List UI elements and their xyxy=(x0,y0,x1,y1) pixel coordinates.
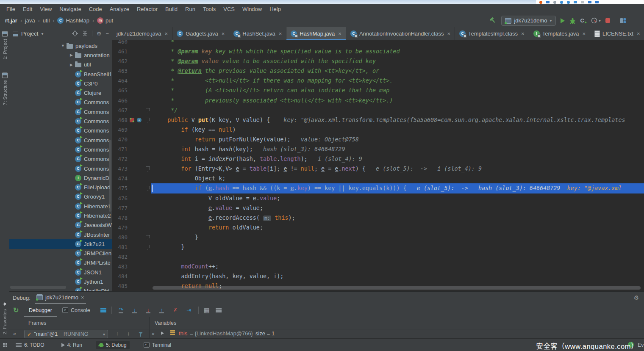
code-line-483[interactable]: 483 modCount++; xyxy=(112,262,644,271)
settings-lines-icon[interactable] xyxy=(216,308,222,312)
close-icon[interactable]: × xyxy=(165,30,168,37)
code-line-476[interactable]: 476 V oldValue = e.value; xyxy=(112,193,644,203)
code-line-467[interactable]: 467 */ xyxy=(112,105,644,115)
ime-logo-icon[interactable] xyxy=(539,1,542,4)
close-icon[interactable]: × xyxy=(338,30,341,37)
ime-mic-icon[interactable] xyxy=(567,1,570,4)
ime-hand-icon[interactable] xyxy=(581,1,584,3)
project-horizontal-scrollbar[interactable] xyxy=(10,286,66,289)
method-breakpoint-icon[interactable] xyxy=(130,118,134,122)
code-line-482[interactable]: 482 xyxy=(112,252,644,262)
tree-item-commons[interactable]: CCommons xyxy=(9,164,112,173)
menu-item-navigate[interactable]: Navigate xyxy=(56,6,85,12)
expand-variable-icon[interactable] xyxy=(161,332,164,335)
run-config-selector[interactable]: jdk7u21demo ▾ xyxy=(501,16,555,26)
code-line-466[interactable]: 466 * previously associated <tt>null</tt… xyxy=(112,96,644,105)
fold-marker[interactable] xyxy=(146,118,150,123)
double-chevron-icon[interactable]: » xyxy=(13,331,16,337)
ime-grid-icon[interactable] xyxy=(595,1,599,3)
status-item-terminal[interactable]: >_Terminal xyxy=(141,341,174,349)
menu-item-edit[interactable]: Edit xyxy=(19,6,36,12)
fold-marker[interactable] xyxy=(146,235,150,240)
code-line-475[interactable]: 475 if (e.hash == hash && ((k = e.key) =… xyxy=(112,183,644,193)
tree-item-commons[interactable]: CCommons xyxy=(9,155,112,164)
tree-item-commons[interactable]: CCommons xyxy=(9,135,112,145)
tree-item-jrmpliste[interactable]: CJRMPListe xyxy=(9,258,112,268)
code-line-478[interactable]: 478 e.recordAccess( m: this); xyxy=(112,213,644,223)
drop-frame-button[interactable]: ✗ xyxy=(170,308,180,312)
close-icon[interactable]: × xyxy=(279,30,282,37)
debug-session-tab[interactable]: jdk7u21demo × xyxy=(35,291,86,304)
ime-lang-icon[interactable] xyxy=(546,1,550,3)
close-icon[interactable]: × xyxy=(637,30,640,37)
more-options-icon[interactable] xyxy=(100,308,106,312)
step-over-button[interactable]: ↷ xyxy=(116,307,126,313)
tree-item-fileupload[interactable]: CFileUpload xyxy=(9,182,112,192)
stripe-button-project[interactable]: 1: Project xyxy=(2,31,8,60)
menu-item-code[interactable]: Code xyxy=(85,6,106,12)
tree-item-jrmpclien[interactable]: CJRMPClien xyxy=(9,249,112,258)
ime-keyboard-icon[interactable] xyxy=(574,1,577,3)
debug-button[interactable] xyxy=(569,17,576,24)
code-line-468[interactable]: 468↓ public V put(K key, V value) { key:… xyxy=(112,115,644,125)
breadcrumb-item[interactable]: rt.jar xyxy=(5,17,17,24)
tree-item-commons[interactable]: CCommons xyxy=(9,145,112,154)
tab-gadgets-java[interactable]: CGadgets.java× xyxy=(172,27,229,40)
tree-arrow-icon[interactable]: ▼ xyxy=(59,44,67,48)
menu-item-build[interactable]: Build xyxy=(161,6,181,12)
tab-templates-java[interactable]: ITemplates.java× xyxy=(529,27,590,40)
variable-row[interactable]: this = {LinkedHashMap@766} size = 1 xyxy=(179,330,275,337)
step-out-button[interactable]: ↑ xyxy=(157,307,167,313)
debug-tab-debugger[interactable]: Debugger xyxy=(24,304,57,317)
ime-emoji-icon[interactable] xyxy=(560,1,563,4)
tree-item-annotation[interactable]: ▶annotation xyxy=(9,50,112,60)
tab-hashset-java[interactable]: CHashSet.java× xyxy=(229,27,286,40)
frame-up-icon[interactable]: ↑ xyxy=(116,330,119,337)
code-line-464[interactable]: 464 * <tt>null</tt> if there was no mapp… xyxy=(112,76,644,86)
tree-item-jbossinter[interactable]: CJBossInter xyxy=(9,230,112,239)
ime-punct-icon[interactable] xyxy=(553,1,556,4)
rerun-icon[interactable]: ↻ xyxy=(13,306,19,314)
tree-item-payloads[interactable]: ▼payloads xyxy=(9,41,112,50)
fold-marker[interactable] xyxy=(146,245,150,250)
chevron-down-icon[interactable]: ▾ xyxy=(41,31,43,36)
close-icon[interactable]: × xyxy=(447,30,450,37)
tree-item-jdk7u21[interactable]: CJdk7u21 xyxy=(9,239,112,249)
close-icon[interactable]: × xyxy=(582,30,586,37)
locate-icon[interactable] xyxy=(72,30,78,36)
tree-item-c3p0[interactable]: CC3P0 xyxy=(9,79,112,88)
tree-item-groovy1[interactable]: CGroovy1 xyxy=(9,192,112,202)
tab-templatesimpl-class[interactable]: CTemplatesImpl.class× xyxy=(455,27,529,40)
close-icon[interactable]: × xyxy=(222,30,225,37)
code-editor[interactable]: 460 *461 * @param key key with which the… xyxy=(112,40,644,291)
tree-item-clojure[interactable]: CClojure xyxy=(9,88,112,97)
tree-item-util[interactable]: ▶util xyxy=(9,60,112,69)
frame-down-icon[interactable]: ↓ xyxy=(127,330,130,337)
force-step-into-button[interactable]: ↓ xyxy=(143,307,153,313)
menu-item-help[interactable]: Help xyxy=(266,6,285,12)
project-title[interactable]: Project xyxy=(21,30,38,37)
fold-marker[interactable] xyxy=(146,108,150,113)
breadcrumb-item[interactable]: java xyxy=(25,17,35,24)
event-log-label[interactable]: Event xyxy=(638,342,644,348)
run-button[interactable] xyxy=(561,18,565,23)
filter-funnel-icon[interactable] xyxy=(139,332,143,334)
code-line-479[interactable]: 479 return oldValue; xyxy=(112,223,644,232)
code-line-480[interactable]: 480 } xyxy=(112,232,644,242)
step-into-button[interactable]: ↓ xyxy=(130,307,140,313)
tree-item-dynamicd[interactable]: IDynamicD xyxy=(9,173,112,182)
code-line-472[interactable]: 472 int i = indexFor(hash, table.length)… xyxy=(112,154,644,164)
tool-window-switcher-icon[interactable] xyxy=(3,343,7,347)
code-line-460[interactable]: 460 * xyxy=(112,40,644,47)
code-line-484[interactable]: 484 addEntry(hash, key, value, i); xyxy=(112,271,644,281)
fold-marker[interactable] xyxy=(146,186,150,191)
tab-hashmap-java[interactable]: CHashMap.java× xyxy=(286,27,346,40)
code-line-471[interactable]: 471 int hash = hash(key); hash (slot_3):… xyxy=(112,144,644,154)
code-line-477[interactable]: 477 e.value = value; xyxy=(112,203,644,213)
profiler-button[interactable]: ▾ xyxy=(591,17,601,24)
code-line-462[interactable]: 462 * @param value value to be associate… xyxy=(112,56,644,66)
menu-item-window[interactable]: Window xyxy=(239,6,266,12)
code-line-481[interactable]: 481 } xyxy=(112,242,644,252)
tree-item-hibernate2[interactable]: CHibernate2 xyxy=(9,211,112,220)
close-icon[interactable]: × xyxy=(81,294,84,301)
